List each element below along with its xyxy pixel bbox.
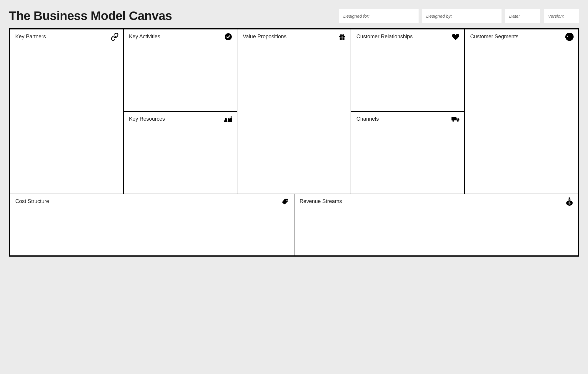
meta-designed-for[interactable]: Designed for: bbox=[339, 9, 419, 23]
cell-title-key-resources: Key Resources bbox=[129, 116, 232, 122]
meta-date-label: Date: bbox=[509, 14, 520, 19]
meta-version[interactable]: Version: bbox=[544, 9, 579, 23]
tag-icon bbox=[281, 197, 290, 206]
svg-text:$: $ bbox=[569, 201, 571, 205]
cell-title-key-activities: Key Activities bbox=[129, 34, 232, 40]
cell-title-cost-structure: Cost Structure bbox=[15, 198, 289, 205]
cell-value-propositions[interactable]: Value Propositions bbox=[237, 29, 351, 194]
svg-point-13 bbox=[565, 33, 574, 41]
svg-point-16 bbox=[286, 200, 287, 201]
svg-point-14 bbox=[567, 36, 568, 37]
meta-designed-for-label: Designed for: bbox=[343, 14, 369, 19]
canvas-header: The Business Model Canvas Designed for: … bbox=[9, 9, 579, 23]
cell-channels[interactable]: Channels bbox=[351, 112, 465, 194]
check-circle-icon bbox=[224, 32, 233, 41]
cell-title-key-partners: Key Partners bbox=[15, 34, 118, 40]
svg-rect-1 bbox=[228, 119, 232, 122]
cell-cost-structure[interactable]: Cost Structure bbox=[10, 194, 294, 256]
cell-key-activities[interactable]: Key Activities bbox=[124, 29, 237, 112]
svg-point-11 bbox=[458, 121, 458, 121]
cell-customer-segments[interactable]: Customer Segments bbox=[464, 29, 578, 194]
business-model-canvas: Key Partners Key Activities Key Resource… bbox=[9, 28, 579, 257]
meta-designed-by[interactable]: Designed by: bbox=[422, 9, 502, 23]
svg-rect-7 bbox=[452, 117, 457, 121]
gift-icon bbox=[338, 32, 347, 41]
svg-rect-2 bbox=[231, 116, 232, 119]
link-icon bbox=[110, 32, 119, 41]
truck-icon bbox=[451, 115, 460, 124]
cell-key-partners[interactable]: Key Partners bbox=[10, 29, 124, 194]
money-bag-icon: $ bbox=[565, 197, 574, 206]
meta-designed-by-label: Designed by: bbox=[426, 14, 452, 19]
cell-revenue-streams[interactable]: Revenue Streams $ bbox=[294, 194, 579, 256]
factory-icon bbox=[224, 115, 233, 124]
svg-point-18 bbox=[569, 197, 571, 199]
cell-title-revenue-streams: Revenue Streams bbox=[300, 198, 573, 205]
svg-rect-6 bbox=[342, 36, 342, 40]
meta-version-label: Version: bbox=[548, 14, 564, 19]
heart-icon bbox=[451, 32, 460, 41]
head-icon bbox=[565, 32, 574, 41]
cell-key-resources[interactable]: Key Resources bbox=[124, 112, 237, 194]
meta-date[interactable]: Date: bbox=[505, 9, 540, 23]
svg-rect-12 bbox=[457, 119, 458, 119]
cell-title-customer-relationships: Customer Relationships bbox=[357, 34, 459, 40]
page-title: The Business Model Canvas bbox=[9, 9, 172, 23]
cell-title-value-propositions: Value Propositions bbox=[243, 34, 345, 40]
cell-title-customer-segments: Customer Segments bbox=[470, 34, 573, 40]
cell-customer-relationships[interactable]: Customer Relationships bbox=[351, 29, 465, 112]
cell-title-channels: Channels bbox=[357, 116, 459, 122]
svg-point-9 bbox=[453, 121, 454, 121]
